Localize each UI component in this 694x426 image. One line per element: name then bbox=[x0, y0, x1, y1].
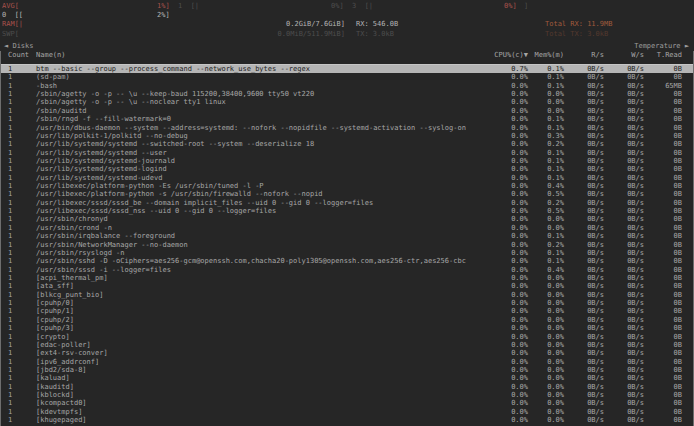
cell-write-per-sec: 0B/s bbox=[604, 316, 644, 324]
header-cpu-sort-desc[interactable]: CPU%(c)▼ bbox=[466, 51, 528, 60]
cell-read-per-sec: 0B/s bbox=[564, 333, 604, 341]
table-row[interactable]: 1 [acpi_thermal_pm] 0.0% 0.0% 0B/s 0B/s … bbox=[1, 274, 693, 282]
table-row[interactable]: 1 [kcompactd0] 0.0% 0.0% 0B/s 0B/s 0B bbox=[1, 399, 693, 407]
table-row[interactable]: 1 [cpuhp/1] 0.0% 0.0% 0B/s 0B/s 0B bbox=[1, 307, 693, 315]
cell-total-read: 0B bbox=[644, 174, 682, 182]
table-row[interactable]: 1 [cpuhp/0] 0.0% 0.0% 0B/s 0B/s 0B bbox=[1, 299, 693, 307]
cell-read-per-sec: 0B/s bbox=[564, 391, 604, 399]
table-row[interactable]: 1 /usr/libexec/sssd/sssd_be --domain imp… bbox=[1, 199, 693, 207]
cell-cpu-percent: 0.0% bbox=[466, 190, 528, 198]
table-row[interactable]: 1 /sbin/rngd -f --fill-watermark=0 0.0% … bbox=[1, 115, 693, 123]
cell-mem-percent: 0.0% bbox=[528, 224, 564, 232]
process-table-header: Count Name(n) CPU%(c)▼ Mem%(m) R/s W/s T… bbox=[1, 51, 693, 64]
header-name[interactable]: Name(n) bbox=[36, 51, 466, 60]
table-row[interactable]: 1 [kdevtmpfs] 0.0% 0.0% 0B/s 0B/s 0B bbox=[1, 408, 693, 416]
cell-total-read: 0B bbox=[644, 266, 682, 274]
table-row[interactable]: 1 [ipv6_addrconf] 0.0% 0.0% 0B/s 0B/s 0B bbox=[1, 358, 693, 366]
table-row[interactable]: 1 [kaluad] 0.0% 0.0% 0B/s 0B/s 0B bbox=[1, 374, 693, 382]
table-row[interactable]: 1 /usr/sbin/rsyslogd -n 0.0% 0.1% 0B/s 0… bbox=[1, 249, 693, 257]
header-count[interactable]: Count bbox=[1, 51, 36, 60]
cell-mem-percent: 0.0% bbox=[528, 341, 564, 349]
table-row[interactable]: 1 /usr/lib/systemd/systemd-udevd 0.0% 0.… bbox=[1, 174, 693, 182]
table-row[interactable]: 1 /usr/lib/polkit-1/polkitd --no-debug 0… bbox=[1, 132, 693, 140]
table-row[interactable]: 1 /usr/lib/systemd/systemd-logind 0.0% 0… bbox=[1, 165, 693, 173]
table-row[interactable]: 1 [khugepaged] 0.0% 0.0% 0B/s 0B/s 0B bbox=[1, 416, 693, 424]
table-row[interactable]: 1 -bash 0.0% 0.1% 0B/s 0B/s 65MB bbox=[1, 82, 693, 90]
table-row[interactable]: 1 /usr/sbin/NetworkManager --no-daemon 0… bbox=[1, 241, 693, 249]
cell-cpu-percent: 0.0% bbox=[466, 324, 528, 332]
cell-count: 1 bbox=[1, 190, 36, 198]
cell-read-per-sec: 0B/s bbox=[564, 274, 604, 282]
header-mem[interactable]: Mem%(m) bbox=[528, 51, 564, 60]
table-row[interactable]: 1 [crypto] 0.0% 0.0% 0B/s 0B/s 0B bbox=[1, 333, 693, 341]
cell-write-per-sec: 0B/s bbox=[604, 307, 644, 315]
table-row[interactable]: 1 /usr/sbin/crond -n 0.0% 0.0% 0B/s 0B/s… bbox=[1, 224, 693, 232]
table-row[interactable]: 1 [kblockd] 0.0% 0.0% 0B/s 0B/s 0B bbox=[1, 391, 693, 399]
cell-process-command: /usr/sbin/rsyslogd -n bbox=[36, 249, 466, 257]
cell-count: 1 bbox=[1, 215, 36, 223]
cell-read-per-sec: 0B/s bbox=[564, 190, 604, 198]
cell-count: 1 bbox=[1, 408, 36, 416]
cell-process-command: [ipv6_addrconf] bbox=[36, 358, 466, 366]
table-row[interactable]: 1 (sd-pam) 0.0% 0.1% 0B/s 0B/s 0B bbox=[1, 73, 693, 81]
cell-cpu-percent: 0.0% bbox=[466, 73, 528, 81]
header-read-per-sec[interactable]: R/s bbox=[564, 51, 604, 60]
table-row[interactable]: 1 /usr/lib/systemd/systemd-journald 0.0%… bbox=[1, 157, 693, 165]
cell-cpu-percent: 0.0% bbox=[466, 132, 528, 140]
cell-total-read: 0B bbox=[644, 73, 682, 81]
table-row[interactable]: 1 /usr/libexec/platform-python -s /usr/s… bbox=[1, 190, 693, 198]
table-row[interactable]: 1 [edac-poller] 0.0% 0.0% 0B/s 0B/s 0B bbox=[1, 341, 693, 349]
cell-count: 1 bbox=[1, 358, 36, 366]
cell-write-per-sec: 0B/s bbox=[604, 224, 644, 232]
cell-total-read: 0B bbox=[644, 140, 682, 148]
table-row[interactable]: 1 [cpuhp/3] 0.0% 0.0% 0B/s 0B/s 0B bbox=[1, 324, 693, 332]
table-row[interactable]: 1 /usr/lib/systemd/systemd --switched-ro… bbox=[1, 140, 693, 148]
cell-mem-percent: 0.0% bbox=[528, 416, 564, 424]
table-row[interactable]: 1 [kauditd] 0.0% 0.0% 0B/s 0B/s 0B bbox=[1, 383, 693, 391]
cell-cpu-percent: 0.0% bbox=[466, 257, 528, 265]
header-total-read[interactable]: T.Read bbox=[644, 51, 682, 60]
cell-mem-percent: 0.0% bbox=[528, 374, 564, 382]
table-row[interactable]: 1 /usr/sbin/irqbalance --foreground 0.0%… bbox=[1, 232, 693, 240]
table-row[interactable]: 1 /usr/libexec/platform-python -Es /usr/… bbox=[1, 182, 693, 190]
cell-cpu-percent: 0.0% bbox=[466, 215, 528, 223]
cell-process-command: /usr/sbin/chronyd bbox=[36, 215, 466, 223]
table-row[interactable]: 1 [cpuhp/2] 0.0% 0.0% 0B/s 0B/s 0B bbox=[1, 316, 693, 324]
cell-mem-percent: 0.0% bbox=[528, 107, 564, 115]
table-row[interactable]: 1 /sbin/agetty -o -p -- \u --keep-baud 1… bbox=[1, 90, 693, 98]
prev-widget-tab-disks[interactable]: ◄ Disks bbox=[4, 42, 34, 51]
cell-total-read: 0B bbox=[644, 132, 682, 140]
cell-mem-percent: 0.0% bbox=[528, 90, 564, 98]
table-row[interactable]: 1 /usr/libexec/sssd/sssd_nss --uid 0 --g… bbox=[1, 207, 693, 215]
table-row[interactable]: 1 /sbin/agetty -o -p -- \u --noclear tty… bbox=[1, 98, 693, 106]
cell-total-read: 0B bbox=[644, 333, 682, 341]
cell-cpu-percent: 0.7% bbox=[466, 65, 528, 73]
table-row[interactable]: 1 /usr/lib/systemd/systemd --user 0.0% 0… bbox=[1, 149, 693, 157]
cell-total-read: 0B bbox=[644, 349, 682, 357]
cell-cpu-percent: 0.0% bbox=[466, 416, 528, 424]
header-write-per-sec[interactable]: W/s bbox=[604, 51, 644, 60]
table-row[interactable]: 1 [ext4-rsv-conver] 0.0% 0.0% 0B/s 0B/s … bbox=[1, 349, 693, 357]
cell-count: 1 bbox=[1, 366, 36, 374]
table-row[interactable]: 1 [blkcg_punt_bio] 0.0% 0.0% 0B/s 0B/s 0… bbox=[1, 291, 693, 299]
cell-mem-percent: 0.0% bbox=[528, 366, 564, 374]
table-row[interactable]: 1 /usr/bin/dbus-daemon --system --addres… bbox=[1, 124, 693, 132]
table-row[interactable]: 1 /usr/sbin/sshd -D -oCiphers=aes256-gcm… bbox=[1, 257, 693, 265]
table-row[interactable]: 1 /usr/sbin/chronyd 0.0% 0.0% 0B/s 0B/s … bbox=[1, 215, 693, 223]
next-widget-tab-temperature[interactable]: Temperature ► bbox=[634, 42, 689, 51]
table-row[interactable]: 1 /sbin/auditd 0.0% 0.0% 0B/s 0B/s 0B bbox=[1, 107, 693, 115]
cell-process-command: /usr/sbin/crond -n bbox=[36, 224, 466, 232]
cell-count: 1 bbox=[1, 399, 36, 407]
cell-total-read: 0B bbox=[644, 199, 682, 207]
cell-process-command: /sbin/auditd bbox=[36, 107, 466, 115]
cpu3-gauge-label: 3 [| bbox=[352, 2, 373, 11]
cell-count: 1 bbox=[1, 90, 36, 98]
cell-mem-percent: 0.1% bbox=[528, 257, 564, 265]
cell-cpu-percent: 0.0% bbox=[466, 299, 528, 307]
cell-read-per-sec: 0B/s bbox=[564, 82, 604, 90]
cell-cpu-percent: 0.0% bbox=[466, 282, 528, 290]
table-row[interactable]: 1 /usr/sbin/sssd -i --logger=files 0.0% … bbox=[1, 266, 693, 274]
table-row[interactable]: 1 [jbd2/sda-8] 0.0% 0.0% 0B/s 0B/s 0B bbox=[1, 366, 693, 374]
table-row[interactable]: 1 btm --basic --group --process_command … bbox=[1, 65, 693, 73]
table-row[interactable]: 1 [ata_sff] 0.0% 0.0% 0B/s 0B/s 0B bbox=[1, 282, 693, 290]
